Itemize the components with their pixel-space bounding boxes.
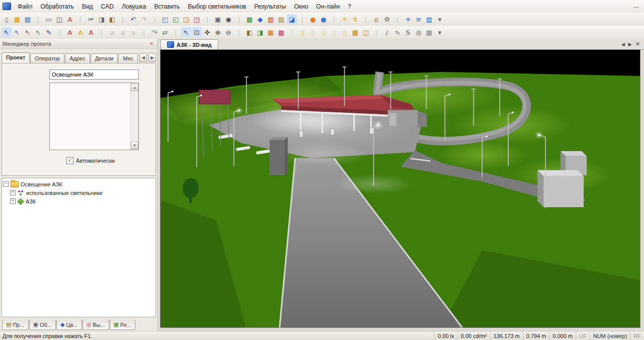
zoom-out-icon[interactable]: ⊖: [223, 27, 233, 37]
globe-icon[interactable]: ●: [308, 14, 318, 24]
align-icon[interactable]: ✛: [403, 14, 413, 24]
tab-scroll-left-icon[interactable]: ◀: [139, 53, 147, 62]
camera-icon[interactable]: ◉: [223, 14, 233, 24]
tools-icon[interactable]: ⚙: [382, 14, 392, 24]
sheet-icon[interactable]: ▯: [329, 27, 339, 37]
tree-item-azk[interactable]: + АЗК: [3, 197, 154, 206]
menu-item[interactable]: Обработать: [37, 1, 78, 12]
grid-icon[interactable]: ▦: [350, 27, 360, 37]
daylight-icon[interactable]: ☼: [340, 14, 350, 24]
polyline-icon[interactable]: ∿: [392, 27, 403, 37]
minimize-icon[interactable]: —: [633, 4, 639, 10]
expander-icon[interactable]: +: [10, 190, 16, 195]
bottom-tab[interactable]: ▤ Пр...: [2, 320, 29, 330]
expander-icon[interactable]: −: [3, 181, 9, 187]
snap-angle-icon[interactable]: A: [86, 27, 96, 37]
separator[interactable]: |: [149, 14, 159, 24]
snap-object-icon[interactable]: A: [75, 27, 86, 37]
tab-details[interactable]: Детали: [91, 53, 118, 63]
doc-prev-icon[interactable]: ◀: [620, 41, 626, 47]
sheet-icon[interactable]: ▯: [308, 27, 318, 37]
separator[interactable]: |: [118, 14, 128, 24]
scroll-down-icon[interactable]: ▼: [131, 142, 138, 149]
open-file-icon[interactable]: ▦: [12, 14, 22, 24]
bottom-tab[interactable]: ▣ Об...: [29, 320, 56, 330]
measure-line-icon[interactable]: /: [382, 27, 392, 37]
snap-off-icon[interactable]: a: [107, 27, 117, 37]
select-multiple-icon[interactable]: ↖: [12, 27, 22, 37]
edit-points-icon[interactable]: ✎: [44, 27, 54, 37]
select-object-icon[interactable]: ↖: [33, 27, 43, 37]
copy-icon[interactable]: ◨: [97, 14, 107, 24]
doc-close-icon[interactable]: ✕: [634, 40, 641, 48]
menu-item[interactable]: CAD: [97, 1, 118, 12]
menu-item[interactable]: Ловушка: [118, 1, 150, 12]
menu-item[interactable]: Вид: [78, 1, 97, 12]
bottom-tab[interactable]: ▦ Ре...: [110, 320, 136, 330]
snap-mid-icon[interactable]: a: [118, 27, 128, 37]
separator[interactable]: |: [202, 14, 212, 24]
new-file-icon[interactable]: ▯: [2, 14, 12, 24]
menu-item[interactable]: ?: [344, 1, 355, 12]
redo-icon[interactable]: ↷: [139, 14, 149, 24]
separator[interactable]: |: [234, 14, 244, 24]
insert-furniture-icon[interactable]: ◧: [245, 27, 255, 37]
insert-street-icon[interactable]: ◲: [181, 14, 191, 24]
tree-item-root[interactable]: − Освещение АЗК: [3, 180, 154, 188]
energy-icon[interactable]: ↯: [350, 14, 360, 24]
sheet-icon[interactable]: ▯: [297, 27, 307, 37]
mirror-icon[interactable]: ⇄: [160, 27, 170, 37]
online-catalog-icon[interactable]: ●: [318, 14, 329, 24]
print-preview-icon[interactable]: ◫: [54, 14, 64, 24]
separator[interactable]: |: [297, 14, 307, 24]
list-view-icon[interactable]: ≡: [414, 14, 424, 24]
snap-grid-icon[interactable]: A: [65, 27, 75, 37]
project-name-input[interactable]: [49, 70, 139, 80]
print-icon[interactable]: ▭: [44, 14, 54, 24]
insert-plant-icon[interactable]: ◨: [255, 27, 265, 37]
select-luminaire-icon[interactable]: ↖: [23, 27, 33, 37]
tab-location[interactable]: Мес: [118, 53, 138, 63]
insert-object-icon[interactable]: ◳: [192, 14, 202, 24]
menu-item[interactable]: Выбор светильников: [184, 1, 250, 12]
pointer-mode-icon[interactable]: ↖: [181, 27, 191, 37]
menu-item[interactable]: Результаты: [250, 1, 290, 12]
bottom-tab[interactable]: ◆ Цв...: [56, 320, 82, 330]
dropdown-icon[interactable]: ▾: [435, 27, 445, 37]
box-zoom-icon[interactable]: ⊡: [192, 27, 202, 37]
insert-room-icon[interactable]: ◰: [160, 14, 170, 24]
3d-viewport[interactable]: [160, 49, 640, 328]
separator[interactable]: |: [329, 14, 339, 24]
separator[interactable]: |: [54, 27, 64, 37]
dropdown-icon[interactable]: ▾: [435, 14, 445, 24]
separator[interactable]: |: [33, 14, 43, 24]
scrollbar[interactable]: ▲ ▼: [130, 83, 138, 150]
tree-item-luminaires[interactable]: + использованные светильники: [3, 188, 154, 197]
notes-icon[interactable]: ▤: [276, 14, 286, 24]
separator[interactable]: |: [234, 27, 244, 37]
columns-view-icon[interactable]: ▥: [424, 14, 434, 24]
separator[interactable]: |: [75, 14, 86, 24]
pan-icon[interactable]: ✜: [202, 27, 212, 37]
window-layout-icon[interactable]: ◫: [361, 27, 371, 37]
separator[interactable]: |: [371, 27, 381, 37]
sheet-icon[interactable]: ▯: [340, 27, 350, 37]
scroll-up-icon[interactable]: ▲: [131, 84, 138, 91]
close-icon[interactable]: ✕: [148, 41, 155, 46]
dwg-import-icon[interactable]: ▣: [213, 14, 223, 24]
expander-icon[interactable]: +: [10, 198, 16, 204]
sheet-icon[interactable]: ▯: [318, 27, 329, 37]
auto-checkbox[interactable]: ✓: [66, 157, 73, 164]
tab-project[interactable]: Проект: [2, 52, 30, 63]
menu-item[interactable]: Вставить: [150, 1, 184, 12]
menu-item[interactable]: Файл: [14, 1, 37, 12]
cut-icon[interactable]: ✂: [86, 14, 96, 24]
zoom-in-icon[interactable]: ⊕: [213, 27, 223, 37]
documentation-icon[interactable]: ▥: [266, 14, 276, 24]
circle-tool-icon[interactable]: ◎: [414, 27, 424, 37]
select-icon[interactable]: ↖: [2, 27, 12, 37]
rotate-icon[interactable]: ↷: [149, 27, 159, 37]
light-scene-icon[interactable]: ▩: [245, 14, 255, 24]
raster-icon[interactable]: ▦: [424, 27, 434, 37]
separator[interactable]: |: [97, 27, 107, 37]
